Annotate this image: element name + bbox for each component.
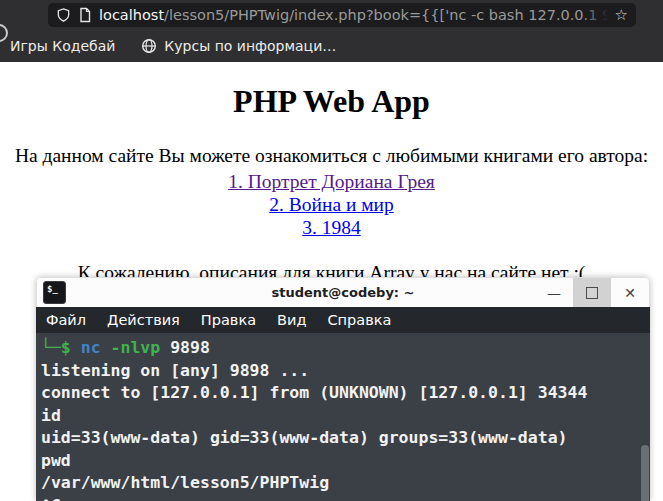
- book-link-2[interactable]: 2. Война и мир: [0, 193, 663, 216]
- page-title: PHP Web App: [0, 83, 663, 120]
- menu-view[interactable]: Вид: [277, 312, 306, 328]
- book-link-1[interactable]: 1. Портрет Дориана Грея: [0, 170, 663, 193]
- menu-edit[interactable]: Правка: [201, 312, 256, 328]
- terminal-titlebar[interactable]: $_ student@codeby: ~ — ✕: [36, 277, 650, 307]
- terminal-line: id: [41, 405, 640, 428]
- book-link-3[interactable]: 3. 1984: [0, 216, 663, 239]
- terminal-line: ^C: [41, 495, 640, 501]
- browser-chrome: localhost/lesson5/PHPTwig/index.php?book…: [0, 0, 663, 62]
- minimize-button[interactable]: —: [535, 278, 573, 307]
- terminal-line: uid=33(www-data) gid=33(www-data) groups…: [41, 427, 640, 450]
- terminal-window: $_ student@codeby: ~ — ✕ Файл Действия П…: [36, 277, 650, 501]
- terminal-line: listening on [any] 9898 ...: [41, 360, 640, 383]
- bookmarks-bar: Игры Кодебай Курсы по информаци…: [0, 30, 663, 62]
- terminal-app-icon: $_: [43, 281, 66, 304]
- maximize-icon: [586, 287, 598, 299]
- terminal-line: connect to [127.0.0.1] from (UNKNOWN) [1…: [41, 382, 640, 405]
- browser-toolbar: localhost/lesson5/PHPTwig/index.php?book…: [0, 0, 663, 30]
- url-path: /lesson5/PHPTwig/index.php?book={{['nc -…: [164, 7, 607, 23]
- url-text[interactable]: localhost/lesson5/PHPTwig/index.php?book…: [99, 3, 608, 27]
- terminal-menubar: Файл Действия Правка Вид Справка: [36, 307, 650, 333]
- terminal-line: └─$ nc -nlvp 9898: [41, 337, 640, 360]
- terminal-scrollbar[interactable]: [641, 445, 649, 501]
- bookmark-star-icon[interactable]: ☆: [615, 3, 628, 27]
- terminal-output[interactable]: └─$ nc -nlvp 9898listening on [any] 9898…: [36, 333, 650, 501]
- shield-icon: [56, 7, 71, 23]
- maximize-button[interactable]: [573, 278, 611, 307]
- menu-file[interactable]: Файл: [46, 312, 86, 328]
- terminal-line: pwd: [41, 450, 640, 473]
- bookmark-igry-kodebay[interactable]: Игры Кодебай: [10, 38, 115, 54]
- book-links: 1. Портрет Дориана Грея 2. Война и мир 3…: [0, 170, 663, 239]
- bookmark-kursy[interactable]: Курсы по информаци…: [141, 38, 336, 54]
- address-bar[interactable]: localhost/lesson5/PHPTwig/index.php?book…: [48, 3, 636, 27]
- close-button[interactable]: ✕: [611, 278, 649, 307]
- url-host: localhost: [99, 7, 164, 23]
- menu-help[interactable]: Справка: [327, 312, 391, 328]
- bookmark-label: Игры Кодебай: [10, 38, 115, 54]
- terminal-line: /var/www/html/lesson5/PHPTwig: [41, 472, 640, 495]
- globe-icon: [141, 38, 157, 54]
- window-controls: — ✕: [535, 278, 649, 307]
- page-info-icon[interactable]: [78, 7, 92, 23]
- bookmark-label: Курсы по информаци…: [164, 38, 336, 54]
- menu-actions[interactable]: Действия: [107, 312, 180, 328]
- intro-text: На данном сайте Вы можете ознакомиться с…: [0, 145, 663, 167]
